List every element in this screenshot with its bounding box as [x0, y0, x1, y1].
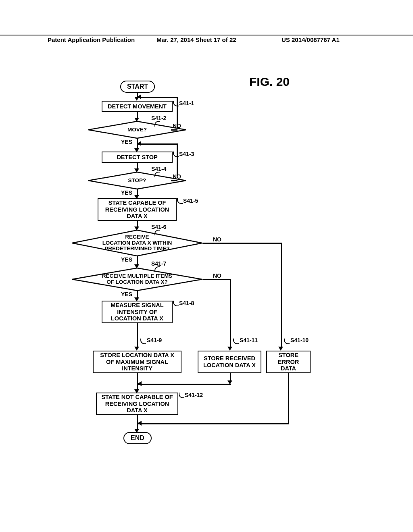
process-store-received: STORE RECEIVED LOCATION DATA X — [198, 351, 261, 373]
step-ref: S41-10 — [290, 337, 309, 343]
label-yes: YES — [121, 291, 132, 297]
connector — [230, 373, 231, 381]
connector — [281, 243, 282, 347]
process-state-capable: STATE CAPABLE OF RECEIVING LOCATION DATA… — [98, 198, 177, 221]
ref-hook-icon — [154, 121, 160, 127]
step-ref: S41-2 — [151, 115, 166, 121]
page-header: Patent Application Publication Mar. 27, … — [0, 35, 413, 36]
connector — [137, 97, 177, 98]
ref-hook-icon — [154, 266, 160, 272]
step-ref: S41-4 — [151, 166, 166, 172]
arrowhead-down-icon — [278, 347, 283, 351]
header-middle: Mar. 27, 2014 Sheet 17 of 22 — [156, 36, 236, 43]
connector — [171, 180, 177, 181]
decision-text: RECEIVE MULTIPLE ITEMS OF LOCATION DATA … — [86, 273, 189, 285]
step-ref: S41-6 — [151, 224, 166, 230]
process-detect-stop: DETECT STOP — [102, 152, 173, 163]
decision-text: MOVE? — [111, 127, 163, 133]
label-yes: YES — [121, 256, 132, 263]
ref-hook-icon — [173, 301, 179, 306]
ref-hook-icon — [233, 339, 239, 344]
header-right: US 2014/0087767 A1 — [282, 36, 340, 43]
arrowhead-left-icon — [138, 381, 142, 386]
step-ref: S41-12 — [185, 392, 203, 398]
terminator-end: END — [123, 432, 152, 444]
label-no: NO — [173, 173, 181, 180]
step-ref: S41-11 — [240, 337, 258, 343]
connector — [230, 279, 231, 347]
ref-hook-icon — [154, 172, 160, 177]
connector — [288, 373, 289, 424]
connector — [138, 423, 289, 424]
connector — [177, 143, 178, 176]
arrowhead-down-icon — [134, 347, 139, 351]
process-measure-signal: MEASURE SIGNAL INTENSITY OF LOCATION DAT… — [102, 301, 173, 323]
header-left: Patent Application Publication — [48, 36, 135, 43]
arrowhead-left-icon — [138, 421, 142, 426]
connector — [138, 384, 231, 385]
step-ref: S41-5 — [183, 197, 198, 204]
process-detect-movement: DETECT MOVEMENT — [102, 101, 173, 112]
connector — [202, 243, 282, 244]
ref-hook-icon — [284, 339, 290, 344]
connector — [137, 143, 177, 145]
connector — [137, 256, 138, 265]
step-ref: S41-9 — [147, 337, 162, 343]
process-store-max-intensity: STORE LOCATION DATA X OF MAXIMUM SIGNAL … — [93, 351, 181, 373]
step-ref: S41-7 — [151, 260, 166, 267]
arrowhead-down-icon — [227, 347, 232, 351]
connector — [202, 279, 231, 280]
flowchart: START DETECT MOVEMENT S41-1 MOVE? S41-2 … — [73, 81, 355, 484]
decision-receive-within-time: RECEIVE LOCATION DATA X WITHIN PREDETERM… — [72, 230, 202, 256]
terminator-start: START — [120, 81, 155, 93]
step-ref: S41-3 — [179, 151, 194, 157]
decision-text: RECEIVE LOCATION DATA X WITHIN PREDETERM… — [86, 234, 188, 252]
ref-hook-icon — [173, 152, 179, 157]
connector — [171, 129, 177, 131]
ref-hook-icon — [179, 393, 184, 398]
arrowhead-left-icon — [137, 94, 141, 99]
arrowhead-left-icon — [137, 141, 141, 146]
ref-hook-icon — [140, 339, 146, 344]
step-ref: S41-1 — [179, 100, 194, 106]
label-no: NO — [173, 123, 181, 129]
label-no: NO — [213, 272, 221, 279]
decision-text: STOP? — [112, 178, 163, 184]
label-yes: YES — [121, 189, 132, 196]
ref-hook-icon — [173, 101, 179, 106]
decision-multiple-items: RECEIVE MULTIPLE ITEMS OF LOCATION DATA … — [72, 268, 202, 291]
connector — [137, 323, 138, 347]
step-ref: S41-8 — [179, 300, 194, 306]
ref-hook-icon — [177, 198, 183, 204]
process-store-error: STORE ERROR DATA — [266, 351, 311, 373]
label-no: NO — [213, 236, 221, 243]
label-yes: YES — [121, 139, 132, 145]
process-state-not-capable: STATE NOT CAPABLE OF RECEIVING LOCATION … — [96, 393, 178, 415]
